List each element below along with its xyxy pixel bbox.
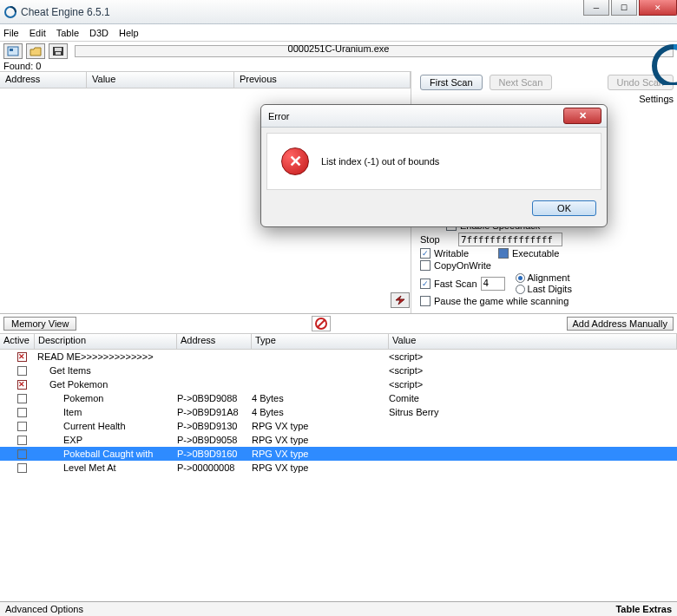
lastdigits-label: Last Digits bbox=[528, 284, 572, 294]
active-checkbox[interactable] bbox=[17, 366, 27, 376]
active-checkbox[interactable] bbox=[17, 408, 27, 417]
row-description: Pokemon bbox=[63, 393, 103, 403]
menu-d3d[interactable]: D3D bbox=[89, 28, 108, 38]
open-process-button[interactable] bbox=[3, 43, 23, 59]
window-title: Cheat Engine 6.5.1 bbox=[21, 6, 674, 18]
stop-label: Stop bbox=[420, 234, 455, 245]
table-row[interactable]: Pokeball Caught withP->0B9D9160RPG VX ty… bbox=[0, 447, 677, 461]
menu-edit[interactable]: Edit bbox=[30, 28, 46, 38]
hdr-active[interactable]: Active bbox=[0, 334, 35, 349]
row-address: P->0B9D91A8 bbox=[177, 407, 252, 417]
cow-label: CopyOnWrite bbox=[434, 260, 491, 271]
alignment-radio[interactable] bbox=[516, 273, 525, 283]
row-value: <script> bbox=[389, 379, 677, 390]
row-description: Current Health bbox=[63, 421, 126, 431]
menu-help[interactable]: Help bbox=[119, 28, 139, 38]
active-checkbox[interactable] bbox=[17, 449, 27, 459]
cow-checkbox[interactable] bbox=[420, 260, 431, 271]
hdr-addr[interactable]: Address bbox=[177, 334, 252, 349]
dialog-title: Error bbox=[268, 111, 289, 121]
settings-link[interactable]: Settings bbox=[420, 94, 674, 104]
dialog-close-button[interactable]: ✕ bbox=[563, 108, 601, 124]
found-label: Found: 0 bbox=[0, 61, 677, 71]
cheat-list-header: Active Description Address Type Value bbox=[0, 334, 677, 350]
col-address[interactable]: Address bbox=[0, 72, 87, 88]
svg-rect-5 bbox=[56, 52, 61, 55]
fastscan-input[interactable] bbox=[481, 277, 505, 291]
row-address: P->00000008 bbox=[177, 462, 252, 473]
active-checkbox[interactable] bbox=[17, 394, 27, 403]
advanced-options[interactable]: Advanced Options bbox=[5, 604, 83, 614]
table-row[interactable]: Current HealthP->0B9D9130RPG VX type bbox=[0, 419, 677, 433]
table-row[interactable]: EXPP->0B9D9058RPG VX type bbox=[0, 433, 677, 447]
first-scan-button[interactable]: First Scan bbox=[420, 75, 483, 90]
pause-label: Pause the game while scanning bbox=[434, 296, 569, 306]
save-button[interactable] bbox=[49, 43, 68, 59]
clear-list-button[interactable] bbox=[312, 316, 331, 331]
title-bar: Cheat Engine 6.5.1 bbox=[0, 0, 677, 24]
app-icon bbox=[3, 5, 17, 19]
mid-footer: Memory View Add Address Manually bbox=[0, 314, 677, 334]
cheat-list[interactable]: ✕READ ME>>>>>>>>>>>>><script>Get Items<s… bbox=[0, 350, 677, 541]
svg-rect-2 bbox=[10, 49, 13, 51]
menu-file[interactable]: File bbox=[3, 28, 19, 38]
table-row[interactable]: ItemP->0B9D91A84 BytesSitrus Berry bbox=[0, 405, 677, 419]
writable-label: Writable bbox=[434, 248, 495, 259]
hdr-type[interactable]: Type bbox=[252, 334, 389, 349]
row-value: <script> bbox=[389, 365, 677, 376]
table-row[interactable]: Level Met AtP->00000008RPG VX type bbox=[0, 461, 677, 475]
row-type: RPG VX type bbox=[252, 462, 389, 473]
row-description: Level Met At bbox=[63, 462, 116, 473]
row-address: P->0B9D9160 bbox=[177, 449, 252, 459]
results-columns: Address Value Previous bbox=[0, 71, 411, 88]
stop-input[interactable] bbox=[458, 233, 562, 246]
lastdigits-radio[interactable] bbox=[516, 285, 525, 294]
speedhack-icon-button[interactable] bbox=[391, 292, 410, 308]
active-checkbox-x[interactable]: ✕ bbox=[17, 352, 27, 362]
table-extras[interactable]: Table Extras bbox=[615, 604, 672, 614]
dialog-titlebar[interactable]: Error ✕ bbox=[261, 105, 607, 128]
active-checkbox-x[interactable]: ✕ bbox=[17, 380, 27, 390]
minimize-button[interactable]: ─ bbox=[583, 0, 609, 16]
active-checkbox[interactable] bbox=[17, 436, 27, 445]
active-checkbox[interactable] bbox=[17, 463, 27, 473]
col-value[interactable]: Value bbox=[87, 72, 234, 88]
open-file-button[interactable] bbox=[26, 43, 45, 59]
table-row[interactable]: PokemonP->0B9D90884 BytesComite bbox=[0, 391, 677, 405]
writable-checkbox[interactable]: ✓ bbox=[420, 248, 431, 259]
hdr-val[interactable]: Value bbox=[389, 334, 677, 349]
row-description: EXP bbox=[63, 435, 82, 445]
next-scan-button[interactable]: Next Scan bbox=[490, 75, 553, 90]
executable-checkbox[interactable] bbox=[498, 248, 509, 259]
undo-scan-button[interactable]: Undo Scan bbox=[608, 75, 674, 90]
svg-rect-4 bbox=[55, 48, 62, 51]
table-row[interactable]: ✕READ ME>>>>>>>>>>>>><script> bbox=[0, 350, 677, 364]
hdr-desc[interactable]: Description bbox=[35, 334, 177, 349]
memory-view-button[interactable]: Memory View bbox=[3, 317, 76, 331]
maximize-button[interactable]: ☐ bbox=[611, 0, 637, 16]
menu-table[interactable]: Table bbox=[56, 28, 79, 38]
dialog-ok-button[interactable]: OK bbox=[532, 200, 596, 216]
table-row[interactable]: ✕Get Pokemon<script> bbox=[0, 377, 677, 391]
executable-label: Executable bbox=[512, 248, 559, 259]
row-value: Sitrus Berry bbox=[389, 407, 677, 417]
toolbar bbox=[0, 42, 677, 61]
menu-bar: File Edit Table D3D Help bbox=[0, 24, 677, 42]
row-value: <script> bbox=[389, 351, 677, 362]
window-buttons: ─ ☐ ✕ bbox=[583, 0, 677, 16]
col-previous[interactable]: Previous bbox=[234, 72, 411, 88]
dialog-message: List index (-1) out of bounds bbox=[321, 156, 439, 167]
svg-line-7 bbox=[318, 320, 325, 327]
add-address-button[interactable]: Add Address Manually bbox=[567, 317, 674, 331]
fastscan-checkbox[interactable]: ✓ bbox=[420, 279, 431, 289]
active-checkbox[interactable] bbox=[17, 422, 27, 431]
table-row[interactable]: Get Items<script> bbox=[0, 364, 677, 377]
process-bar bbox=[75, 45, 674, 57]
row-type: RPG VX type bbox=[252, 435, 389, 445]
row-description: READ ME>>>>>>>>>>>>> bbox=[37, 351, 154, 362]
close-button[interactable]: ✕ bbox=[639, 0, 677, 16]
row-type: 4 Bytes bbox=[252, 407, 389, 417]
row-value: Comite bbox=[389, 393, 677, 403]
pause-checkbox[interactable] bbox=[420, 296, 431, 306]
row-description: Get Pokemon bbox=[49, 379, 108, 390]
